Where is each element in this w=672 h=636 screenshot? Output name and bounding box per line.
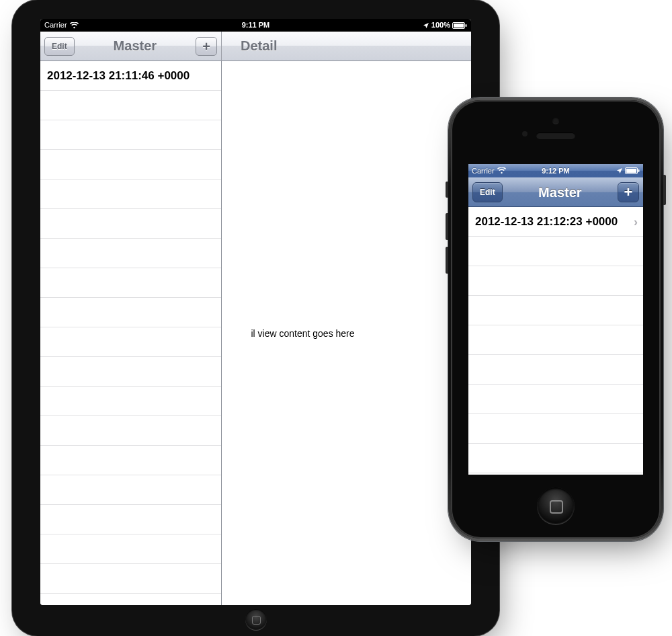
wifi-icon [497, 167, 506, 174]
master-table[interactable]: 2012-12-13 21:11:46 +0000 [40, 61, 221, 605]
master-table[interactable]: 2012-12-13 21:12:23 +0000› [468, 207, 643, 475]
master-navbar: Edit Master + [40, 32, 222, 61]
iphone-screen: Carrier 9:12 PM Edit Master [468, 164, 643, 475]
empty-row [40, 120, 221, 150]
location-icon [616, 167, 623, 174]
empty-row [40, 91, 221, 120]
table-row[interactable]: 2012-12-13 21:12:23 +0000› [468, 207, 643, 237]
mute-switch[interactable] [446, 182, 448, 198]
iphone-status-bar: Carrier 9:12 PM [468, 164, 643, 177]
battery-percent: 100% [431, 19, 450, 32]
wifi-icon [70, 22, 79, 29]
empty-row [40, 268, 221, 298]
empty-row [468, 444, 643, 473]
empty-row [40, 446, 221, 475]
detail-pane: il view content goes here [222, 61, 471, 605]
master-title: Master [75, 38, 196, 54]
empty-row [468, 266, 643, 296]
home-button[interactable] [245, 609, 267, 631]
empty-row [468, 355, 643, 385]
volume-up-button[interactable] [446, 213, 448, 240]
add-button[interactable]: + [196, 37, 217, 56]
empty-row [40, 505, 221, 534]
earpiece-speaker [536, 132, 575, 139]
empty-row [40, 357, 221, 387]
empty-row [468, 414, 643, 444]
volume-down-button[interactable] [446, 247, 448, 274]
svg-rect-1 [454, 24, 464, 28]
empty-row [40, 534, 221, 564]
empty-row [468, 473, 643, 475]
detail-title: Detail [226, 38, 467, 54]
empty-row [468, 385, 643, 414]
empty-row [40, 594, 221, 605]
empty-row [468, 237, 643, 266]
svg-rect-4 [626, 169, 636, 173]
empty-row [40, 239, 221, 268]
clock: 9:11 PM [40, 19, 471, 32]
battery-icon [452, 22, 467, 29]
empty-row [468, 296, 643, 325]
detail-navbar: Detail [222, 32, 471, 61]
carrier-label: Carrier [472, 164, 495, 177]
home-button[interactable] [537, 487, 575, 525]
proximity-sensor [522, 131, 528, 136]
empty-row [40, 180, 221, 209]
empty-row [40, 327, 221, 357]
ipad-status-bar: Carrier 9:11 PM 100% [40, 19, 471, 32]
svg-rect-5 [638, 169, 640, 172]
empty-row [40, 298, 221, 327]
edit-button[interactable]: Edit [472, 182, 503, 202]
master-pane: 2012-12-13 21:11:46 +0000 [40, 61, 222, 605]
empty-row [40, 564, 221, 594]
empty-row [40, 416, 221, 446]
ipad-device: Carrier 9:11 PM 100% [12, 0, 499, 636]
iphone-device: Carrier 9:12 PM Edit Master [448, 97, 663, 541]
iphone-navbar: Edit Master + [468, 177, 643, 207]
table-row[interactable]: 2012-12-13 21:11:46 +0000 [40, 61, 221, 91]
add-button[interactable]: + [618, 182, 639, 202]
battery-icon [625, 167, 640, 174]
split-view: 2012-12-13 21:11:46 +0000 il view conten… [40, 61, 471, 605]
empty-row [40, 475, 221, 505]
carrier-label: Carrier [44, 19, 67, 32]
empty-row [40, 150, 221, 180]
empty-row [40, 209, 221, 239]
chevron-right-icon: › [634, 214, 638, 229]
empty-row [40, 387, 221, 416]
master-title: Master [503, 185, 618, 200]
location-icon [423, 22, 429, 29]
edit-button[interactable]: Edit [44, 37, 75, 56]
ipad-screen: Carrier 9:11 PM 100% [40, 19, 471, 605]
ipad-navbar: Edit Master + Detail [40, 32, 471, 61]
power-button[interactable] [663, 175, 666, 205]
front-camera [552, 118, 559, 124]
svg-rect-2 [466, 24, 467, 27]
empty-row [468, 325, 643, 355]
iphone-bezel: Carrier 9:12 PM Edit Master [451, 100, 661, 539]
